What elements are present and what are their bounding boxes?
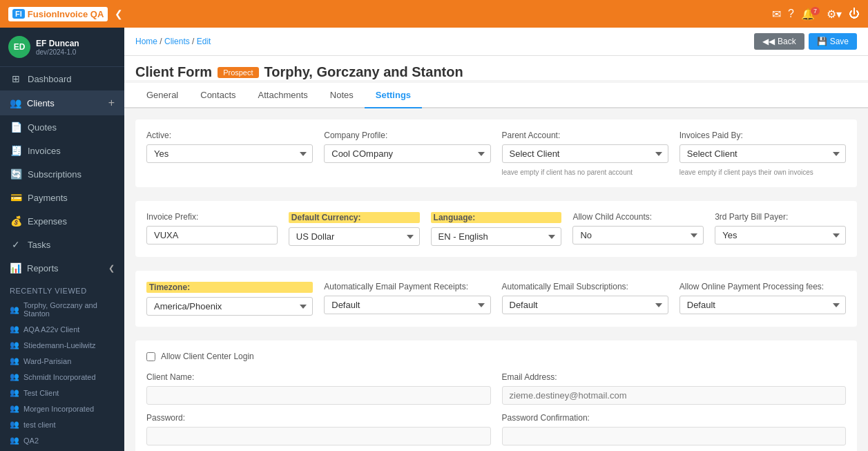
recent-item-morgen[interactable]: 👥 Morgen Incorporated	[0, 401, 124, 416]
invoice-prefix-input[interactable]	[146, 226, 278, 244]
recent-item-schmidt[interactable]: 👥 Schmidt Incorporated	[0, 369, 124, 385]
recent-item-stiedemann[interactable]: 👥 Stiedemann-Lueilwitz	[0, 337, 124, 353]
allow-client-login-checkbox[interactable]	[146, 352, 155, 361]
sidebar-username: EF Duncan	[36, 39, 79, 48]
power-icon[interactable]: ⏻	[849, 8, 860, 20]
recent-item-ritchie[interactable]: 👥 Ritchie Group	[0, 448, 124, 451]
allow-client-login-row: Allow Client Center Login	[146, 352, 846, 361]
password-label: Password:	[146, 413, 491, 423]
recent-item-label: Torphy, Gorczany and Stanton	[23, 301, 115, 318]
sidebar-payments-label: Payments	[28, 193, 68, 203]
sidebar-item-dashboard[interactable]: ⊞ Dashboard	[0, 67, 124, 90]
sidebar-toggle-button[interactable]: ❮	[115, 8, 123, 19]
tasks-icon: ✓	[10, 239, 22, 250]
recent-item-torphy[interactable]: 👥 Torphy, Gorczany and Stanton	[0, 298, 124, 321]
app-name: FusionInvoice QA	[28, 9, 104, 19]
notifications-icon[interactable]: 🔔7	[801, 8, 820, 21]
breadcrumb-back-button[interactable]: ◀◀ Back	[754, 33, 804, 50]
email-input[interactable]	[502, 386, 847, 405]
language-label: Language:	[431, 212, 562, 223]
sidebar-item-label: Dashboard	[28, 74, 72, 84]
password-input[interactable]	[146, 427, 491, 445]
settings-form: Active: Yes No Company Profile: Cool COm…	[124, 108, 868, 451]
default-currency-select[interactable]: US Dollar	[289, 227, 420, 246]
timezone-select[interactable]: America/Phoenix	[146, 297, 313, 316]
form-row-2: Invoice Prefix: Default Currency: US Dol…	[135, 201, 857, 257]
invoices-paid-by-select[interactable]: Select Client	[679, 144, 846, 163]
recent-item-label: Test Client	[23, 389, 59, 397]
client-name-input[interactable]	[146, 386, 491, 405]
tab-general[interactable]: General	[135, 83, 189, 108]
recent-client-icon: 👥	[10, 305, 19, 314]
recent-item-label: QA2	[23, 436, 39, 445]
recent-item-qa2[interactable]: 👥 QA2	[0, 432, 124, 448]
settings-icon[interactable]: ⚙▾	[827, 8, 842, 21]
breadcrumb-edit[interactable]: Edit	[197, 37, 211, 46]
help-icon[interactable]: ?	[788, 8, 794, 20]
client-display-name: Torphy, Gorczany and Stanton	[264, 64, 463, 80]
auto-email-subscriptions-select[interactable]: Default	[502, 296, 668, 314]
tab-settings[interactable]: Settings	[365, 83, 422, 108]
quotes-icon: 📄	[10, 122, 22, 133]
recently-viewed-label: Recently Viewed	[0, 280, 124, 298]
invoices-icon: 🧾	[10, 145, 22, 156]
third-party-bill-payer-select[interactable]: Yes No	[715, 226, 846, 244]
timezone-group: Timezone: America/Phoenix	[146, 282, 313, 316]
breadcrumb-clients[interactable]: Clients	[164, 37, 190, 46]
recent-item-ward[interactable]: 👥 Ward-Parisian	[0, 353, 124, 369]
active-group: Active: Yes No	[146, 131, 313, 176]
active-select[interactable]: Yes No	[146, 144, 313, 163]
recent-item-test-client[interactable]: 👥 Test Client	[0, 385, 124, 401]
sidebar-item-clients[interactable]: 👥 Clients +	[0, 90, 124, 115]
recent-client-icon: 👥	[10, 340, 19, 349]
recent-item-aqa[interactable]: 👥 AQA A22v Client	[0, 321, 124, 337]
navbar-left: FI FusionInvoice QA ❮	[8, 7, 123, 21]
app-logo: FI FusionInvoice QA	[8, 7, 108, 21]
invoice-prefix-group: Invoice Prefix:	[146, 212, 278, 246]
recent-client-icon: 👥	[10, 372, 19, 381]
client-name-field-group: Client Name:	[146, 372, 491, 405]
chevron-right-icon: ❮	[108, 264, 115, 273]
sidebar-item-quotes[interactable]: 📄 Quotes	[0, 115, 124, 139]
tab-attachments[interactable]: Attachments	[247, 83, 319, 108]
sidebar-item-subscriptions[interactable]: 🔄 Subscriptions	[0, 162, 124, 186]
invoices-paid-by-label: Invoices Paid By:	[679, 131, 846, 140]
password-confirmation-field-group: Password Confirmation:	[502, 413, 847, 445]
expenses-icon: 💰	[10, 215, 22, 227]
status-badge: Prospect	[218, 67, 258, 78]
clients-row: Clients +	[27, 97, 115, 109]
page-title: Client Form Prospect Torphy, Gorczany an…	[135, 64, 857, 80]
parent-account-group: Parent Account: Select Client leave empt…	[502, 131, 668, 176]
breadcrumb-links: Home / Clients / Edit	[135, 37, 211, 46]
sidebar-item-expenses[interactable]: 💰 Expenses	[0, 209, 124, 233]
recent-client-icon: 👥	[10, 388, 19, 397]
invoices-paid-by-group: Invoices Paid By: Select Client leave em…	[679, 131, 846, 176]
sidebar-item-payments[interactable]: 💳 Payments	[0, 186, 124, 209]
sidebar-item-tasks[interactable]: ✓ Tasks	[0, 233, 124, 256]
sidebar-item-invoices[interactable]: 🧾 Invoices	[0, 139, 124, 162]
password-confirmation-input[interactable]	[502, 427, 847, 445]
company-profile-select[interactable]: Cool COmpany	[324, 144, 490, 163]
allow-online-fees-select[interactable]: Default	[679, 296, 846, 314]
language-select[interactable]: EN - English	[431, 227, 562, 246]
auto-email-subscriptions-group: Automatically Email Subscriptions: Defau…	[502, 282, 668, 316]
active-label: Active:	[146, 131, 313, 140]
client-form-title: Client Form	[135, 64, 212, 80]
dashboard-icon: ⊞	[10, 73, 22, 84]
sidebar-tasks-label: Tasks	[28, 240, 50, 250]
breadcrumb: Home / Clients / Edit ◀◀ Back 💾 Save	[124, 28, 868, 56]
allow-child-accounts-select[interactable]: No Yes	[572, 226, 704, 244]
auto-email-subscriptions-label: Automatically Email Subscriptions:	[502, 282, 668, 291]
form-row-1: Active: Yes No Company Profile: Cool COm…	[135, 119, 857, 187]
breadcrumb-save-button[interactable]: 💾 Save	[809, 33, 857, 50]
tab-notes[interactable]: Notes	[319, 83, 365, 108]
recent-item-test-client2[interactable]: 👥 test client	[0, 416, 124, 432]
tab-contacts[interactable]: Contacts	[189, 83, 247, 108]
email-icon[interactable]: ✉	[772, 8, 781, 21]
auto-email-receipts-select[interactable]: Default	[324, 296, 490, 314]
parent-account-select[interactable]: Select Client	[502, 144, 668, 163]
add-client-button[interactable]: +	[108, 97, 115, 109]
sidebar-item-reports[interactable]: 📊 Reports ❮	[0, 256, 124, 280]
third-party-bill-payer-label: 3rd Party Bill Payer:	[715, 212, 846, 222]
breadcrumb-home[interactable]: Home	[135, 37, 157, 46]
